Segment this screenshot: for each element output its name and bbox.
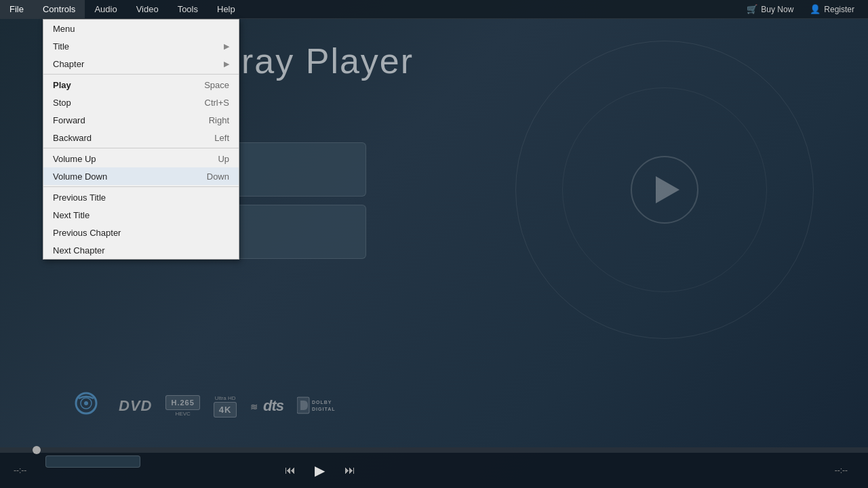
- control-buttons: --:-- ⏮ ▶ ⏭ --:--: [0, 453, 868, 488]
- chapter-submenu-arrow: ▶: [224, 60, 229, 68]
- controls-menu-item[interactable]: Menu: [43, 20, 239, 37]
- controls-forward-item[interactable]: Forward Right: [43, 111, 239, 129]
- progress-knob[interactable]: [33, 446, 41, 454]
- separator-1: [43, 74, 239, 75]
- prev-button[interactable]: ⏮: [278, 458, 302, 483]
- format-badges: DVD H.265 HEVC Ultra HD 4K ≋ dts DOLBY D…: [68, 392, 338, 420]
- control-bar: --:-- ⏮ ▶ ⏭ --:--: [0, 447, 868, 488]
- user-icon: 👤: [810, 4, 821, 14]
- h265-badge: H.265 HEVC: [165, 395, 199, 417]
- controls-dropdown-menu: Menu Title ▶ Chapter ▶ Play Space Stop C…: [43, 19, 239, 260]
- controls-next-chapter-item[interactable]: Next Chapter: [43, 241, 239, 259]
- menu-help[interactable]: Help: [208, 0, 245, 18]
- controls-next-title-item[interactable]: Next Title: [43, 206, 239, 224]
- controls-volume-up-item[interactable]: Volume Up Up: [43, 150, 239, 167]
- menu-audio[interactable]: Audio: [85, 0, 126, 18]
- separator-3: [43, 186, 239, 187]
- playback-controls: ⏮ ▶ ⏭: [278, 458, 362, 483]
- dvd-badge: DVD: [119, 397, 152, 415]
- svg-point-11: [84, 401, 88, 405]
- controls-prev-chapter-item[interactable]: Previous Chapter: [43, 224, 239, 241]
- register-button[interactable]: 👤 Register: [803, 3, 861, 16]
- menubar-right: 🛒 Buy Now 👤 Register: [740, 3, 868, 16]
- dolby-badge: DOLBY DIGITAL: [297, 395, 338, 417]
- title-submenu-arrow: ▶: [224, 42, 229, 51]
- menu-video[interactable]: Video: [127, 0, 168, 18]
- controls-backward-item[interactable]: Backward Left: [43, 129, 239, 146]
- 4k-badge: Ultra HD 4K: [214, 395, 237, 418]
- controls-title-item[interactable]: Title ▶: [43, 37, 239, 55]
- play-triangle-icon: [656, 176, 679, 203]
- separator-2: [43, 148, 239, 148]
- controls-play-item[interactable]: Play Space: [43, 76, 239, 94]
- buy-now-button[interactable]: 🛒 Buy Now: [740, 3, 800, 16]
- progress-bar[interactable]: [0, 447, 868, 453]
- svg-text:DIGITAL: DIGITAL: [312, 407, 335, 411]
- bluray-badge: [68, 392, 105, 420]
- dts-badge: ≋ dts: [250, 397, 283, 415]
- decorative-circle: [515, 41, 814, 339]
- menu-controls[interactable]: Controls: [33, 0, 85, 18]
- menu-file[interactable]: File: [0, 0, 33, 18]
- time-current: --:--: [14, 466, 26, 475]
- menubar: File Controls Audio Video Tools Help 🛒 B…: [0, 0, 868, 19]
- time-total: --:--: [835, 466, 848, 475]
- controls-chapter-item[interactable]: Chapter ▶: [43, 55, 239, 73]
- svg-text:DOLBY: DOLBY: [312, 400, 332, 405]
- controls-volume-down-item[interactable]: Volume Down Down: [43, 167, 239, 185]
- chapters-input[interactable]: [45, 455, 140, 468]
- next-button[interactable]: ⏭: [338, 458, 362, 483]
- cart-icon: 🛒: [747, 4, 757, 14]
- play-button[interactable]: ▶: [308, 458, 332, 483]
- controls-prev-title-item[interactable]: Previous Title: [43, 188, 239, 206]
- play-circle-decoration: [631, 156, 698, 224]
- controls-stop-item[interactable]: Stop Ctrl+S: [43, 94, 239, 111]
- menu-tools[interactable]: Tools: [168, 0, 208, 18]
